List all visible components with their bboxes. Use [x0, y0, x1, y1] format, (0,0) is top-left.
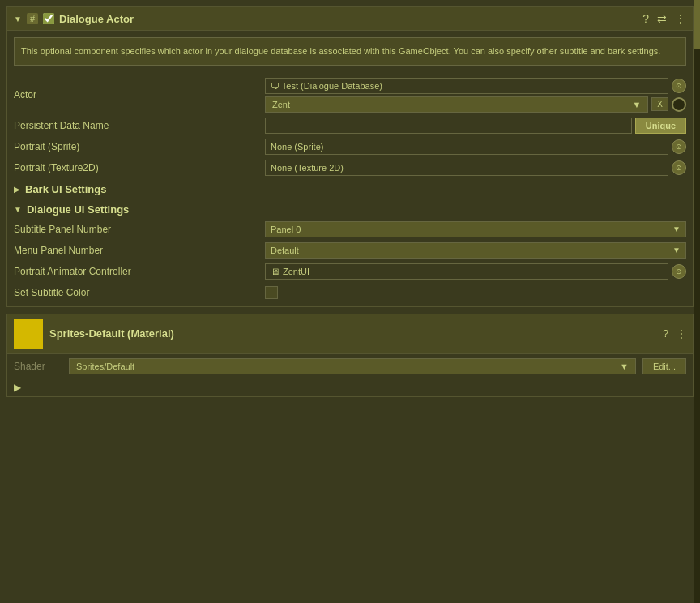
portrait-animator-control: 🖥 ZentUI ⊙	[265, 263, 686, 280]
actor-label: Actor	[14, 89, 265, 100]
dropdown-arrow-icon: ▼	[632, 100, 641, 109]
shader-dropdown[interactable]: Sprites/Default ▼	[69, 358, 636, 374]
subtitle-panel-arrow-icon: ▼	[672, 225, 681, 233]
portrait-sprite-label: Portrait (Sprite)	[14, 141, 265, 152]
menu-panel-label: Menu Panel Number	[14, 245, 265, 256]
material-menu-icon[interactable]: ⋮	[677, 328, 686, 340]
collapse-arrow-icon[interactable]: ▼	[14, 15, 22, 24]
set-subtitle-color-row: Set Subtitle Color	[14, 282, 686, 303]
persistent-data-input[interactable]	[265, 118, 632, 134]
dialogue-ui-arrow-icon: ▼	[14, 205, 22, 214]
material-title: Sprites-Default (Material)	[49, 327, 656, 340]
dialogue-ui-title: Dialogue UI Settings	[27, 203, 129, 216]
portrait-sprite-btn[interactable]: ⊙	[672, 139, 686, 154]
actor-dropdown[interactable]: Zent ▼	[265, 96, 648, 113]
portrait-animator-label: Portrait Animator Controller	[14, 266, 265, 277]
menu-panel-dropdown[interactable]: Default ▼	[265, 242, 686, 259]
portrait-animator-field[interactable]: 🖥 ZentUI	[265, 263, 668, 280]
material-header: Sprites-Default (Material) ? ⋮	[7, 314, 693, 354]
main-container: ▼ # Dialogue Actor ? ⇄ ⋮ This optional c…	[0, 0, 700, 603]
hash-badge: #	[27, 13, 38, 24]
dialogue-actor-panel: ▼ # Dialogue Actor ? ⇄ ⋮ This optional c…	[6, 6, 694, 307]
set-subtitle-color-label: Set Subtitle Color	[14, 287, 265, 298]
portrait-texture-label: Portrait (Texture2D)	[14, 162, 265, 173]
bottom-expand-arrow-icon: ▶	[14, 382, 21, 393]
portrait-texture-value: None (Texture 2D)	[271, 163, 344, 173]
persistent-data-label: Persistent Data Name	[14, 120, 265, 131]
shader-value: Sprites/Default	[76, 361, 134, 371]
actor-select-container: 🗨 Test (Dialogue Database) ⊙ Zent ▼ X	[265, 78, 686, 113]
material-icon	[14, 319, 43, 349]
actor-dropdown-value: Zent	[272, 100, 290, 109]
portrait-texture-control: None (Texture 2D) ⊙	[265, 160, 686, 176]
bottom-expand-row[interactable]: ▶	[14, 382, 686, 393]
unique-btn[interactable]: Unique	[635, 118, 686, 134]
menu-icon[interactable]: ⋮	[675, 12, 686, 25]
subtitle-panel-row: Subtitle Panel Number Panel 0 ▼	[14, 219, 686, 240]
portrait-texture-row: Portrait (Texture2D) None (Texture 2D) ⊙	[14, 157, 686, 178]
shader-dropdown-arrow-icon: ▼	[620, 361, 629, 371]
material-header-icons: ? ⋮	[663, 328, 686, 340]
actor-field-row: Actor 🗨 Test (Dialogue Database) ⊙	[14, 75, 686, 115]
subtitle-panel-value: Panel 0	[271, 225, 301, 234]
dialogue-ui-section-header[interactable]: ▼ Dialogue UI Settings	[14, 199, 686, 219]
actor-dropdown-row: Zent ▼ X	[265, 96, 686, 113]
actor-db-value: 🗨 Test (Dialogue Database)	[271, 81, 382, 91]
description-box: This optional component specifies which …	[14, 37, 686, 66]
actor-control: 🗨 Test (Dialogue Database) ⊙ Zent ▼ X	[265, 78, 686, 113]
portrait-animator-row: Portrait Animator Controller 🖥 ZentUI ⊙	[14, 261, 686, 282]
help-icon[interactable]: ?	[642, 12, 649, 25]
menu-panel-control: Default ▼	[265, 242, 686, 259]
header-icons: ? ⇄ ⋮	[642, 12, 686, 25]
bark-ui-arrow-icon: ▶	[14, 185, 20, 194]
scrollbar-track	[694, 0, 700, 603]
scrollbar-thumb[interactable]	[694, 0, 700, 49]
component-header: ▼ # Dialogue Actor ? ⇄ ⋮	[7, 7, 693, 31]
shader-row: Shader Sprites/Default ▼ Edit...	[7, 354, 693, 378]
actor-circle-btn[interactable]: ⊙	[672, 79, 686, 93]
portrait-texture-field[interactable]: None (Texture 2D)	[265, 160, 668, 176]
controller-icon: 🖥	[271, 267, 280, 276]
portrait-texture-btn[interactable]: ⊙	[672, 160, 686, 175]
description-text: This optional component specifies which …	[21, 46, 660, 56]
shader-label: Shader	[14, 361, 62, 372]
set-subtitle-color-control	[265, 286, 686, 299]
subtitle-panel-control: Panel 0 ▼	[265, 221, 686, 237]
portrait-sprite-field[interactable]: None (Sprite)	[265, 139, 668, 155]
portrait-sprite-value: None (Sprite)	[271, 142, 323, 152]
persistent-data-control: Unique	[265, 118, 686, 134]
actor-db-field[interactable]: 🗨 Test (Dialogue Database)	[265, 78, 668, 94]
portrait-sprite-row: Portrait (Sprite) None (Sprite) ⊙	[14, 136, 686, 157]
subtitle-panel-dropdown[interactable]: Panel 0 ▼	[265, 221, 686, 237]
subtitle-panel-label: Subtitle Panel Number	[14, 224, 265, 235]
persistent-data-row: Persistent Data Name Unique	[14, 115, 686, 136]
settings-icon[interactable]: ⇄	[657, 12, 667, 25]
component-title: Dialogue Actor	[59, 13, 638, 25]
subtitle-color-checkbox[interactable]	[265, 286, 278, 299]
menu-panel-arrow-icon: ▼	[672, 246, 681, 254]
bark-ui-title: Bark UI Settings	[25, 183, 106, 195]
menu-panel-value: Default	[271, 246, 299, 255]
actor-record-btn[interactable]	[672, 97, 686, 112]
actor-clear-btn[interactable]: X	[651, 97, 668, 111]
portrait-animator-value: ZentUI	[283, 267, 309, 276]
bark-ui-section-header[interactable]: ▶ Bark UI Settings	[14, 178, 686, 199]
portrait-sprite-control: None (Sprite) ⊙	[265, 139, 686, 155]
edit-btn[interactable]: Edit...	[642, 358, 686, 374]
material-panel: Sprites-Default (Material) ? ⋮ Shader Sp…	[6, 314, 694, 397]
menu-panel-row: Menu Panel Number Default ▼	[14, 240, 686, 261]
component-enabled-checkbox[interactable]	[43, 13, 54, 24]
material-help-icon[interactable]: ?	[663, 328, 668, 340]
fields-container: Actor 🗨 Test (Dialogue Database) ⊙	[7, 72, 693, 306]
actor-db-row: 🗨 Test (Dialogue Database) ⊙	[265, 78, 686, 94]
portrait-animator-btn[interactable]: ⊙	[672, 264, 686, 279]
